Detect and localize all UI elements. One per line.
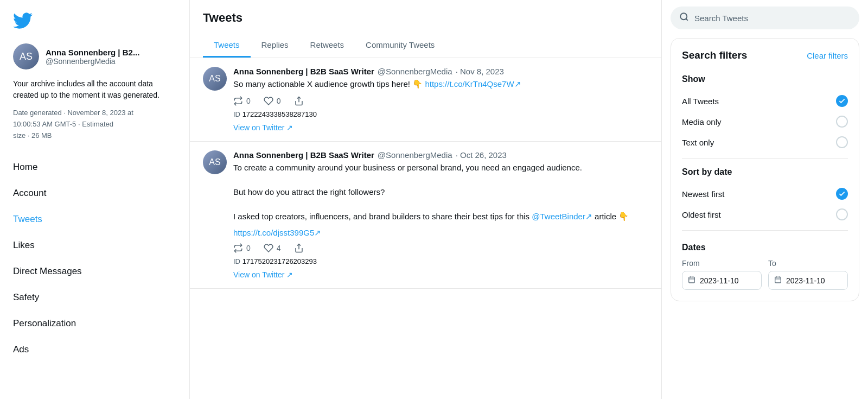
tweet-id-value: 1717520231726203293 [242, 257, 317, 265]
filter-option-media-only[interactable]: Media only [682, 111, 848, 132]
radio-newest-first [836, 188, 848, 200]
tweet-date: · Nov 8, 2023 [456, 67, 504, 76]
tweet-content: Anna Sonnenberg | B2B SaaS Writer @Sonne… [233, 150, 648, 280]
sidebar-item-safety[interactable]: Safety [13, 284, 176, 311]
date-from-field: From [682, 259, 762, 290]
filter-label-text-only: Text only [682, 138, 714, 147]
tweets-list: AS Anna Sonnenberg | B2B SaaS Writer @So… [190, 58, 661, 399]
filter-option-newest-first[interactable]: Newest first [682, 183, 848, 204]
filter-panel-header: Search filters Clear filters [682, 49, 848, 61]
like-button[interactable]: 4 [264, 243, 281, 253]
dates-section: Dates From To [682, 239, 848, 290]
retweet-button[interactable]: 0 [233, 96, 251, 106]
tabs: Tweets Replies Retweets Community Tweets [203, 34, 648, 58]
mention-link[interactable]: @TweetBinder↗ [532, 212, 592, 221]
search-input[interactable] [694, 14, 851, 23]
date-to-input[interactable] [786, 276, 842, 285]
date-from-label: From [682, 259, 762, 268]
calendar-icon-from [688, 276, 695, 285]
like-button[interactable]: 0 [264, 96, 281, 106]
svg-point-2 [680, 13, 687, 20]
avatar: AS [13, 43, 39, 69]
profile-section: AS Anna Sonnenberg | B2... @SonnenbergMe… [13, 43, 176, 69]
search-icon [679, 12, 689, 24]
tweet-id-value: 1722243338538287130 [242, 110, 317, 118]
date-to-field: To [768, 259, 848, 290]
tweet-author-name: Anna Sonnenberg | B2B SaaS Writer [233, 67, 374, 76]
tweet-actions: 0 0 [233, 96, 648, 106]
tweet-header: Anna Sonnenberg | B2B SaaS Writer @Sonne… [233, 67, 648, 76]
search-bar[interactable] [671, 7, 859, 29]
profile-meta: Date generated · November 8, 2023 at10:0… [13, 107, 176, 141]
dates-row: From To [682, 259, 848, 290]
tweet-id: ID 1717520231726203293 [233, 257, 648, 265]
sidebar-item-ads[interactable]: Ads [13, 337, 176, 363]
tweet-author-handle: @SonnenbergMedia [378, 150, 452, 160]
sidebar-item-likes[interactable]: Likes [13, 232, 176, 258]
sidebar-item-account[interactable]: Account [13, 180, 176, 206]
calendar-icon-to [774, 276, 782, 285]
tweet-actions: 0 4 [233, 243, 648, 253]
filter-divider-2 [682, 230, 848, 231]
share-button[interactable] [294, 243, 304, 253]
retweet-button[interactable]: 0 [233, 243, 251, 253]
tab-replies[interactable]: Replies [251, 34, 299, 58]
twitter-logo [13, 11, 176, 33]
tweet-id: ID 1722243338538287130 [233, 110, 648, 118]
profile-info: Anna Sonnenberg | B2... @SonnenbergMedia [46, 48, 139, 66]
tweet-date: · Oct 26, 2023 [456, 150, 507, 160]
tweet-content: Anna Sonnenberg | B2B SaaS Writer @Sonne… [233, 67, 648, 132]
main-header: Tweets Tweets Replies Retweets Community… [190, 0, 661, 58]
filter-label-newest-first: Newest first [682, 189, 724, 199]
date-from-input[interactable] [700, 276, 756, 285]
sidebar-nav: Home Account Tweets Likes Direct Message… [13, 154, 176, 363]
filter-label-all-tweets: All Tweets [682, 97, 719, 106]
clear-filters-button[interactable]: Clear filters [807, 51, 848, 60]
tweet-text: So many actionable X audience growth tip… [233, 78, 648, 91]
filter-option-text-only[interactable]: Text only [682, 132, 848, 153]
sidebar-item-tweets[interactable]: Tweets [13, 206, 176, 232]
radio-oldest-first [836, 208, 848, 220]
filter-panel-title: Search filters [682, 49, 747, 61]
tweet-url-link[interactable]: https://t.co/djsst399G5↗ [233, 228, 321, 237]
main-content: Tweets Tweets Replies Retweets Community… [190, 0, 662, 399]
tweet-author-name: Anna Sonnenberg | B2B SaaS Writer [233, 150, 374, 160]
view-on-twitter-link[interactable]: View on Twitter ↗ [233, 123, 293, 132]
filter-divider [682, 158, 848, 159]
sidebar-item-direct-messages[interactable]: Direct Messages [13, 258, 176, 284]
tweet-link[interactable]: https://t.co/KrTn4Qse7W↗ [425, 79, 521, 88]
share-button[interactable] [294, 96, 304, 106]
radio-text-only [836, 136, 848, 148]
like-count: 0 [277, 97, 281, 105]
tab-tweets[interactable]: Tweets [203, 34, 251, 58]
retweet-count: 0 [246, 244, 251, 252]
filter-label-oldest-first: Oldest first [682, 210, 721, 219]
table-row: AS Anna Sonnenberg | B2B SaaS Writer @So… [190, 142, 661, 289]
radio-all-tweets [836, 95, 848, 107]
filter-label-media-only: Media only [682, 117, 722, 126]
radio-media-only [836, 116, 848, 128]
retweet-count: 0 [246, 97, 251, 105]
date-to-input-wrapper[interactable] [768, 271, 848, 290]
like-count: 4 [277, 244, 281, 252]
view-on-twitter-link-2[interactable]: View on Twitter ↗ [233, 270, 293, 279]
sidebar-item-personalization[interactable]: Personalization [13, 311, 176, 337]
profile-handle: @SonnenbergMedia [46, 57, 139, 66]
tab-retweets[interactable]: Retweets [299, 34, 355, 58]
sort-filter-label: Sort by date [682, 167, 848, 177]
filter-option-all-tweets[interactable]: All Tweets [682, 91, 848, 111]
date-from-input-wrapper[interactable] [682, 271, 762, 290]
filter-option-oldest-first[interactable]: Oldest first [682, 204, 848, 225]
table-row: AS Anna Sonnenberg | B2B SaaS Writer @So… [190, 58, 661, 142]
profile-name: Anna Sonnenberg | B2... [46, 48, 139, 57]
svg-line-3 [686, 18, 687, 20]
tweet-author-handle: @SonnenbergMedia [378, 67, 452, 76]
dates-label: Dates [682, 243, 848, 252]
date-to-label: To [768, 259, 848, 268]
tweet-header: Anna Sonnenberg | B2B SaaS Writer @Sonne… [233, 150, 648, 160]
tab-community-tweets[interactable]: Community Tweets [355, 34, 445, 58]
sidebar-item-home[interactable]: Home [13, 154, 176, 180]
sidebar: AS Anna Sonnenberg | B2... @SonnenbergMe… [0, 0, 190, 399]
tweet-avatar: AS [203, 67, 227, 91]
filter-panel: Search filters Clear filters Show All Tw… [671, 38, 859, 301]
